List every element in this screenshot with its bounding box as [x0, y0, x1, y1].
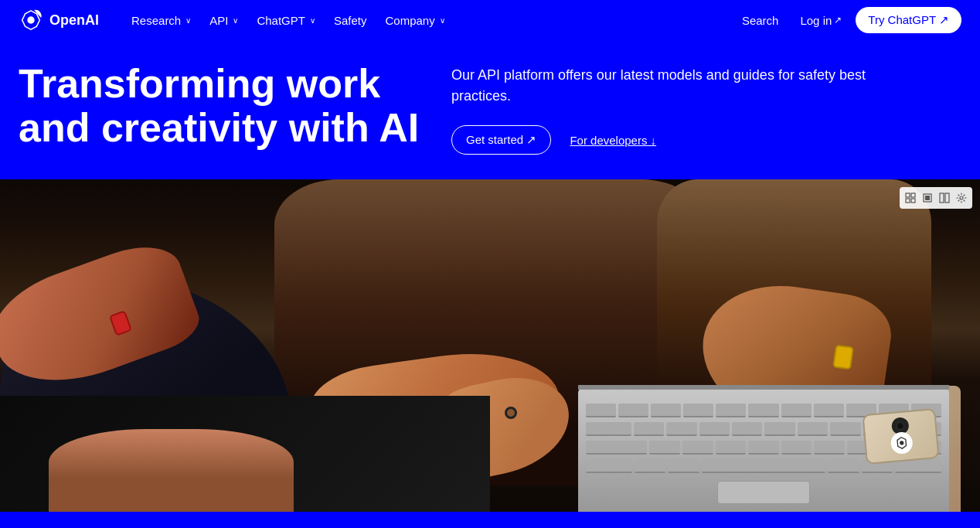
- svg-point-10: [960, 196, 963, 199]
- get-started-button[interactable]: Get started ↗: [451, 125, 551, 155]
- research-chevron-icon: ∨: [185, 16, 191, 25]
- company-chevron-icon: ∨: [440, 16, 445, 25]
- try-chatgpt-button[interactable]: Try ChatGPT ↗: [856, 7, 961, 33]
- logo[interactable]: OpenAI: [19, 8, 99, 32]
- svg-rect-9: [945, 193, 949, 203]
- api-chevron-icon: ∨: [233, 16, 238, 25]
- svg-rect-3: [911, 193, 915, 197]
- svg-rect-7: [925, 196, 930, 200]
- svg-rect-2: [906, 193, 910, 197]
- toolbar-icon-3[interactable]: [937, 190, 952, 206]
- person-bottom: [49, 429, 294, 513]
- nav-right: Search Log in ↗ Try ChatGPT ↗: [734, 7, 961, 33]
- hero-description: Our API platform offers our latest model…: [451, 65, 884, 107]
- svg-rect-8: [940, 193, 944, 203]
- nav-chatgpt[interactable]: ChatGPT ∨: [249, 9, 323, 32]
- chatgpt-chevron-icon: ∨: [310, 16, 315, 25]
- hero-section: Transforming work and creativity with AI…: [0, 40, 980, 179]
- hero-left: Transforming work and creativity with AI: [19, 62, 420, 150]
- login-button[interactable]: Log in ↗: [792, 9, 849, 32]
- search-button[interactable]: Search: [734, 9, 787, 32]
- nav-links: Research ∨ API ∨ ChatGPT ∨ Safety Compan…: [124, 9, 734, 32]
- svg-rect-4: [906, 199, 910, 203]
- brand-name: OpenAI: [49, 12, 99, 29]
- nav-api[interactable]: API ∨: [202, 9, 246, 32]
- svg-rect-5: [911, 199, 915, 203]
- toolbar-icon-2[interactable]: [920, 190, 935, 206]
- hero-buttons: Get started ↗ For developers ↓: [451, 125, 961, 155]
- phone: [862, 408, 939, 465]
- phone-sticker: [890, 431, 913, 455]
- toolbar-icon-1[interactable]: [903, 190, 918, 206]
- ring-icon: [505, 407, 517, 419]
- for-developers-button[interactable]: For developers ↓: [570, 134, 656, 147]
- svg-point-1: [27, 16, 34, 23]
- screenshot-toolbar: [900, 187, 972, 209]
- hero-title: Transforming work and creativity with AI: [19, 62, 420, 150]
- navigation: OpenAI Research ∨ API ∨ ChatGPT ∨ Safety…: [0, 0, 980, 40]
- nav-safety[interactable]: Safety: [326, 9, 375, 32]
- hero-image: [0, 179, 980, 512]
- nav-company[interactable]: Company ∨: [377, 9, 452, 32]
- login-arrow-icon: ↗: [834, 15, 842, 26]
- scene: [0, 179, 980, 512]
- hero-right: Our API platform offers our latest model…: [451, 62, 961, 155]
- laptop-hinge: [578, 385, 949, 390]
- nav-research[interactable]: Research ∨: [124, 9, 199, 32]
- svg-point-12: [899, 441, 903, 445]
- trackpad: [717, 481, 810, 504]
- settings-icon[interactable]: [954, 190, 969, 206]
